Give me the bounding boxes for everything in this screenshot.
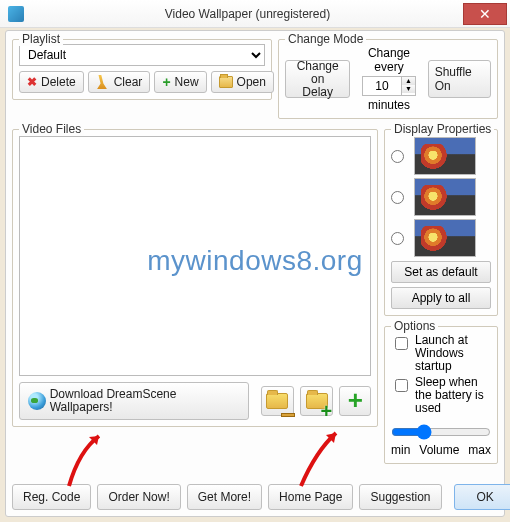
plus-icon: + <box>162 77 170 87</box>
spin-up[interactable]: ▲ <box>402 77 415 85</box>
display-thumb-2 <box>414 178 476 216</box>
shuffle-button[interactable]: Shuffle On <box>428 60 491 98</box>
main-panel: Playlist Default ✖Delete Clear +New Open… <box>5 30 505 517</box>
playlist-group: Playlist Default ✖Delete Clear +New Open <box>12 39 272 100</box>
options-label: Options <box>391 319 438 333</box>
video-files-group: Video Files Download DreamScene Wallpape… <box>12 129 378 427</box>
change-every-spinner[interactable]: ▲▼ <box>362 76 416 96</box>
change-mode-group: Change Mode Change on Delay Change every… <box>278 39 498 119</box>
ok-button[interactable]: OK <box>454 484 510 510</box>
sleep-battery-checkbox[interactable] <box>395 379 408 392</box>
delete-button[interactable]: ✖Delete <box>19 71 84 93</box>
change-on-delay-button[interactable]: Change on Delay <box>285 60 350 98</box>
launch-startup-checkbox[interactable] <box>395 337 408 350</box>
display-properties-group: Display Properties Set as default Apply … <box>384 129 498 316</box>
spin-down[interactable]: ▼ <box>402 85 415 93</box>
display-mode-radio-2[interactable] <box>391 191 404 204</box>
sleep-battery-label: Sleep when the battery is used <box>415 376 491 415</box>
change-every-label: Change every <box>356 46 421 74</box>
change-mode-label: Change Mode <box>285 32 366 46</box>
reg-code-button[interactable]: Reg. Code <box>12 484 91 510</box>
download-dreamscene-button[interactable]: Download DreamScene Wallpapers! <box>19 382 249 420</box>
globe-icon <box>28 392 46 410</box>
display-properties-label: Display Properties <box>391 122 494 136</box>
app-icon <box>8 6 24 22</box>
window-title: Video Wallpaper (unregistered) <box>32 7 463 21</box>
folder-icon <box>266 393 288 409</box>
volume-max-label: max <box>468 443 491 457</box>
playlist-label: Playlist <box>19 32 63 46</box>
plus-overlay-icon: + <box>320 405 336 421</box>
display-thumb-1 <box>414 137 476 175</box>
video-files-list[interactable] <box>19 136 371 376</box>
volume-slider[interactable] <box>391 424 491 440</box>
video-files-label: Video Files <box>19 122 84 136</box>
new-button[interactable]: +New <box>154 71 206 93</box>
delete-icon: ✖ <box>27 75 37 89</box>
volume-label: Volume <box>419 443 459 457</box>
change-every-unit: minutes <box>356 98 421 112</box>
minus-icon <box>281 413 295 417</box>
bottom-toolbar: Reg. Code Order Now! Get More! Home Page… <box>12 484 498 510</box>
options-group: Options Launch at Windows startup Sleep … <box>384 326 498 464</box>
playlist-select[interactable]: Default <box>19 44 265 66</box>
add-file-button[interactable]: + <box>339 386 371 416</box>
clear-button[interactable]: Clear <box>88 71 151 93</box>
order-now-button[interactable]: Order Now! <box>97 484 180 510</box>
display-thumb-3 <box>414 219 476 257</box>
suggestion-button[interactable]: Suggestion <box>359 484 441 510</box>
add-folder-button[interactable]: + <box>300 386 333 416</box>
folder-open-icon <box>219 76 233 88</box>
broom-icon <box>96 75 110 89</box>
get-more-button[interactable]: Get More! <box>187 484 262 510</box>
display-mode-radio-1[interactable] <box>391 150 404 163</box>
close-button[interactable]: ✕ <box>463 3 507 25</box>
remove-folder-button[interactable] <box>261 386 294 416</box>
set-as-default-button[interactable]: Set as default <box>391 261 491 283</box>
apply-to-all-button[interactable]: Apply to all <box>391 287 491 309</box>
launch-startup-label: Launch at Windows startup <box>415 334 491 373</box>
open-button[interactable]: Open <box>211 71 274 93</box>
titlebar: Video Wallpaper (unregistered) ✕ <box>0 0 510 28</box>
home-page-button[interactable]: Home Page <box>268 484 353 510</box>
volume-min-label: min <box>391 443 410 457</box>
display-mode-radio-3[interactable] <box>391 232 404 245</box>
change-every-value[interactable] <box>363 77 401 95</box>
